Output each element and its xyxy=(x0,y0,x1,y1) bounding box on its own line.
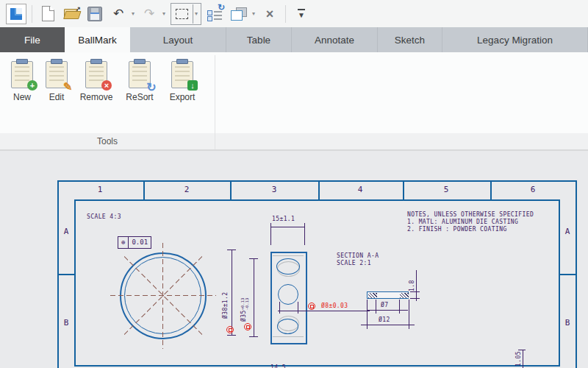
new-ballmark-button[interactable]: + New xyxy=(6,55,38,129)
undo-dropdown[interactable]: ▾ xyxy=(129,10,137,17)
hole-top xyxy=(276,258,300,275)
dim-bottom-partial: 14.5 xyxy=(270,364,286,368)
dim-tick xyxy=(227,335,236,336)
note-line: NOTES, UNLESS OTHERWISE SPECIFIED xyxy=(407,211,534,219)
selection-mode-split-button[interactable]: ▾ xyxy=(171,3,201,25)
dimension-line xyxy=(368,310,408,311)
open-button[interactable]: ↗ xyxy=(61,4,82,24)
window-cascade-button[interactable] xyxy=(229,4,249,24)
tab-ballmark[interactable]: BallMark xyxy=(65,27,130,52)
feature-control-frame: ⊕ 0.01 xyxy=(118,236,151,249)
app-logo-icon xyxy=(6,4,26,24)
dim-tick xyxy=(518,350,526,350)
redo-button[interactable]: ↷ xyxy=(139,4,159,24)
balloon-marker[interactable] xyxy=(308,302,315,310)
undo-button[interactable]: ↶ xyxy=(108,4,129,24)
ribbon-group-strip: Tools xyxy=(0,133,588,149)
dim-tick xyxy=(410,298,420,299)
zone-divider xyxy=(490,180,492,200)
dim-tick xyxy=(279,308,280,314)
redo-dropdown[interactable]: ▾ xyxy=(160,10,168,17)
dim-tick xyxy=(227,250,236,250)
plus-badge-icon: + xyxy=(27,80,37,91)
tab-layout[interactable]: Layout xyxy=(130,27,226,52)
dim-dia35: Ø35+0.13-0.13 xyxy=(240,298,249,322)
hatch-area xyxy=(400,293,409,298)
extension-line xyxy=(270,223,271,245)
zone-col-label: 2 xyxy=(182,185,192,194)
dim-dia38: Ø38±1.2 xyxy=(222,291,229,319)
close-view-button[interactable]: × xyxy=(259,4,280,24)
tab-file[interactable]: File xyxy=(0,27,65,52)
clipboard-new-icon: + xyxy=(11,61,33,88)
dimension-line xyxy=(416,270,417,301)
tangent-line xyxy=(273,336,304,337)
dim-dia7: Ø7 xyxy=(381,302,388,309)
tolerance-value: 0.01 xyxy=(129,237,151,248)
undo-icon: ↶ xyxy=(113,7,123,20)
extension-line xyxy=(399,300,400,314)
refresh-badge-icon: ↻ xyxy=(146,82,157,93)
zone-row-label: B xyxy=(61,318,71,328)
new-document-icon xyxy=(42,6,54,21)
zone-row-label: A xyxy=(61,227,71,236)
zone-divider xyxy=(143,180,145,200)
toolbar-separator xyxy=(285,5,286,23)
export-ballmark-button[interactable]: ↓ Export xyxy=(164,55,201,129)
balloon-marker[interactable] xyxy=(244,323,251,330)
quick-access-toolbar: ↗ ↶ ▾ ↷ ▾ ▾ ↻ ▾ × ▼ xyxy=(0,0,588,27)
frame-line xyxy=(559,199,560,367)
zone-row-label: B xyxy=(562,318,573,328)
zone-divider xyxy=(230,180,232,200)
dim-bottom-right: 1.05 xyxy=(515,351,523,367)
new-document-button[interactable] xyxy=(37,4,58,24)
drawing-canvas[interactable]: 1 2 3 4 5 6 A B A B SCALE 4:3 ⊕ 0.01 NOT… xyxy=(0,151,588,368)
dim-tick xyxy=(249,336,258,337)
frame-line xyxy=(74,199,76,367)
resort-ballmark-button[interactable]: ↻ ReSort xyxy=(120,55,159,129)
extension-line xyxy=(304,223,305,245)
zone-row-label: A xyxy=(562,227,573,236)
dim-dia12: Ø12 xyxy=(379,316,390,324)
download-badge-icon: ↓ xyxy=(187,80,198,91)
clipboard-resort-icon: ↻ xyxy=(129,61,151,88)
save-icon xyxy=(87,7,102,21)
app-menu-button[interactable] xyxy=(6,4,26,24)
cascade-dropdown[interactable]: ▾ xyxy=(250,10,257,17)
resequence-button[interactable]: ↻ xyxy=(205,4,226,24)
dim-tick xyxy=(249,258,258,259)
leader-line xyxy=(278,311,370,311)
toolbar-overflow-button[interactable]: ▼ xyxy=(291,4,312,24)
remove-ballmark-button[interactable]: × Remove xyxy=(76,55,117,129)
selection-marquee-icon xyxy=(176,9,188,19)
tab-table[interactable]: Table xyxy=(226,27,292,52)
close-icon: × xyxy=(266,7,274,21)
dim-tick xyxy=(410,291,420,292)
dim-thickness: 1.8 xyxy=(409,280,416,291)
tab-sketch[interactable]: Sketch xyxy=(378,27,442,52)
frame-line xyxy=(57,180,577,182)
overflow-icon: ▼ xyxy=(298,9,305,19)
pencil-badge-icon: ✎ xyxy=(62,82,73,92)
dimension-line xyxy=(523,350,523,368)
open-folder-icon: ↗ xyxy=(63,8,79,20)
frame-line xyxy=(74,199,560,201)
note-line: 1. MATL: ALUMINUM DIE CASTING xyxy=(407,219,534,226)
clipboard-remove-icon: × xyxy=(85,61,107,88)
note-line: 2. FINISH : POWDER COATING xyxy=(407,226,534,233)
tab-annotate[interactable]: Annotate xyxy=(292,27,378,52)
clipboard-export-icon: ↓ xyxy=(171,61,193,88)
toolbar-separator xyxy=(32,5,32,23)
tab-legacy-migration[interactable]: Legacy Migration xyxy=(442,27,588,52)
edit-ballmark-button[interactable]: ✎ Edit xyxy=(42,55,71,129)
dimension-line xyxy=(361,325,415,325)
cascade-windows-icon xyxy=(231,7,247,21)
zone-col-label: 1 xyxy=(95,185,105,194)
selection-dropdown[interactable]: ▾ xyxy=(193,10,200,17)
save-button[interactable] xyxy=(85,4,105,24)
balloon-marker[interactable] xyxy=(226,326,234,333)
zone-col-label: 6 xyxy=(528,185,538,194)
clipboard-edit-icon: ✎ xyxy=(46,61,68,88)
frame-line xyxy=(74,365,560,367)
zone-divider xyxy=(403,180,404,200)
